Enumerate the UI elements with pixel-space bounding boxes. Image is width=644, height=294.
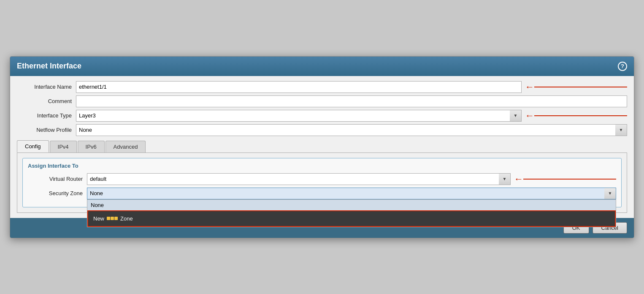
security-zone-dropdown-arrow[interactable]: ▼ <box>604 188 616 199</box>
arrow-left-icon-2: ← <box>525 111 534 120</box>
new-zone-text-label: Zone <box>120 215 133 222</box>
interface-name-annotation: ← <box>525 82 627 92</box>
interface-name-row: Interface Name ← <box>17 81 627 93</box>
security-zone-select-wrapper: ▼ None New <box>87 188 616 199</box>
comment-label: Comment <box>17 98 76 104</box>
interface-type-label: Interface Type <box>17 112 76 119</box>
arrow-left-icon: ← <box>525 82 534 92</box>
tab-content-config: Assign Interface To Virtual Router ▼ ← <box>17 152 627 213</box>
tab-ipv6-label: IPv6 <box>86 144 97 150</box>
help-button[interactable]: ? <box>618 62 627 71</box>
interface-type-dropdown-arrow[interactable]: ▼ <box>510 110 522 122</box>
annotation-line <box>534 87 627 87</box>
interface-type-input[interactable] <box>76 110 522 122</box>
netflow-profile-row: Netflow Profile ▼ <box>17 124 627 136</box>
zone-dot-3 <box>114 217 118 220</box>
dropdown-item-none-label: None <box>91 202 104 208</box>
dialog-title: Ethernet Interface <box>17 62 81 71</box>
tab-config[interactable]: Config <box>17 140 49 152</box>
ethernet-interface-dialog: Ethernet Interface ? Interface Name ← Co… <box>10 56 634 238</box>
netflow-profile-select-wrapper: ▼ <box>76 124 627 136</box>
netflow-profile-label: Netflow Profile <box>17 127 76 133</box>
virtual-router-dropdown-arrow[interactable]: ▼ <box>499 173 511 185</box>
tab-ipv6[interactable]: IPv6 <box>78 141 105 152</box>
zone-dot-1 <box>107 217 110 220</box>
annotation-line-3 <box>523 179 616 180</box>
tab-advanced-label: Advanced <box>114 144 138 150</box>
interface-type-row: Interface Type ▼ ← <box>17 110 627 122</box>
netflow-profile-input[interactable] <box>76 124 627 136</box>
zone-dot-2 <box>111 217 114 220</box>
annotation-line-2 <box>534 115 627 116</box>
virtual-router-annotation: ← <box>514 174 616 184</box>
security-zone-label: Security Zone <box>28 190 87 196</box>
assign-interface-section: Assign Interface To Virtual Router ▼ ← <box>22 158 622 207</box>
interface-type-select-wrapper: ▼ <box>76 110 522 122</box>
tab-config-label: Config <box>25 143 41 150</box>
security-zone-input[interactable] <box>87 188 616 199</box>
comment-row: Comment <box>17 95 627 107</box>
virtual-router-label: Virtual Router <box>28 176 87 182</box>
dialog-body: Interface Name ← Comment Interface Type … <box>10 76 634 218</box>
new-zone-icon <box>107 217 118 220</box>
virtual-router-select-wrapper: ▼ <box>87 173 511 185</box>
tab-advanced[interactable]: Advanced <box>106 141 146 152</box>
security-zone-row: Security Zone ▼ None New <box>28 188 616 199</box>
virtual-router-input[interactable] <box>87 173 511 185</box>
tab-ipv4[interactable]: IPv4 <box>50 141 77 152</box>
virtual-router-row: Virtual Router ▼ ← <box>28 173 616 185</box>
help-icon: ? <box>621 63 624 69</box>
netflow-profile-dropdown-arrow[interactable]: ▼ <box>615 124 627 136</box>
section-title: Assign Interface To <box>28 163 616 169</box>
arrow-left-icon-3: ← <box>514 174 523 184</box>
dropdown-item-new-zone[interactable]: New Zone <box>87 210 616 227</box>
security-zone-dropdown-list: None New Zone <box>87 199 616 227</box>
new-zone-new-label: New <box>93 215 104 222</box>
dialog-header: Ethernet Interface ? <box>10 57 634 76</box>
interface-type-annotation: ← <box>525 111 627 120</box>
comment-input[interactable] <box>76 95 627 107</box>
tabs-container: Config IPv4 IPv6 Advanced <box>17 140 627 152</box>
interface-name-label: Interface Name <box>17 84 76 90</box>
dropdown-item-none[interactable]: None <box>87 200 616 210</box>
tab-ipv4-label: IPv4 <box>58 144 69 150</box>
interface-name-input[interactable] <box>76 81 522 93</box>
